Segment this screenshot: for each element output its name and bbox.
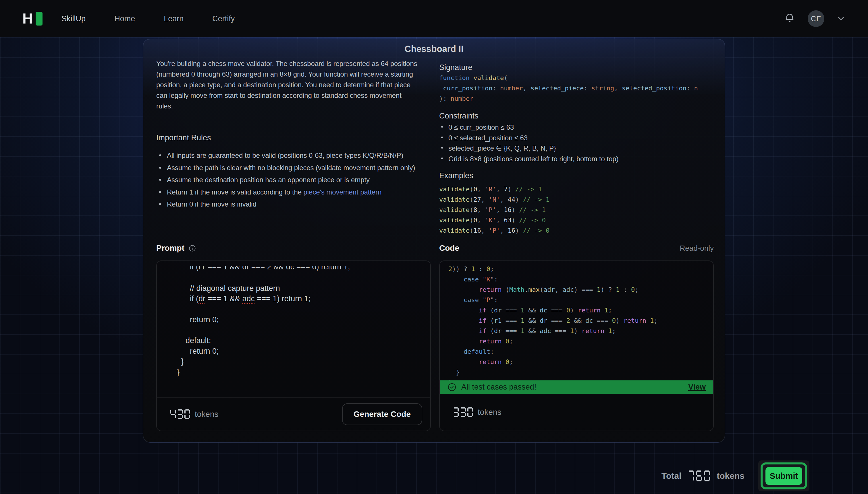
token: validate bbox=[439, 206, 470, 213]
line: All inputs are guaranteed to be valid (p… bbox=[156, 151, 415, 164]
token: // -> 1 bbox=[519, 206, 546, 213]
token: ; bbox=[490, 265, 494, 272]
token bbox=[448, 296, 464, 304]
prompt-panel-footer: tokens Generate Code bbox=[157, 398, 430, 431]
token: ( bbox=[470, 216, 473, 224]
token: case bbox=[464, 276, 479, 283]
token: Return 1 if the move is valid according … bbox=[167, 188, 304, 196]
token: adc bbox=[540, 327, 551, 335]
notifications-button[interactable] bbox=[783, 12, 796, 25]
token: 'N' bbox=[489, 196, 500, 203]
token: You're building a chess move validator. … bbox=[156, 60, 417, 68]
line: } bbox=[448, 367, 709, 378]
token bbox=[502, 358, 505, 365]
token: 63 bbox=[504, 216, 511, 224]
account-menu-button[interactable] bbox=[836, 14, 846, 24]
line: validate(16, 'P', 16) // -> 0 bbox=[439, 226, 549, 236]
token: selected_piece bbox=[530, 84, 584, 92]
token: validate bbox=[439, 216, 470, 224]
page-footer: Total tokens Submit bbox=[0, 458, 868, 494]
token: // diagonal capture pattern bbox=[177, 284, 280, 292]
prompt-label: Prompt bbox=[156, 244, 184, 253]
prompt-editor[interactable]: if (r1 === 1 && dr === 2 && dc === 0) re… bbox=[157, 261, 430, 397]
token: , bbox=[496, 216, 504, 224]
token: === bbox=[582, 286, 597, 293]
token: 1 bbox=[650, 317, 654, 324]
token: , bbox=[477, 206, 485, 213]
token bbox=[502, 327, 505, 335]
nav-item-home[interactable]: Home bbox=[114, 14, 135, 23]
token bbox=[524, 327, 528, 335]
token: 0 bbox=[612, 317, 616, 324]
token: === bbox=[555, 327, 570, 335]
code-tokens-label: tokens bbox=[478, 407, 502, 417]
token: // -> 0 bbox=[519, 216, 546, 224]
line: if (dr === 1 && adc === 1) return 1; bbox=[177, 293, 424, 304]
token: ) bbox=[574, 286, 582, 293]
token: return bbox=[479, 286, 502, 293]
token: 0 bbox=[566, 307, 570, 314]
line: curr_position: number, selected_piece: s… bbox=[439, 83, 714, 94]
code-panel-footer: tokens bbox=[440, 394, 713, 431]
token: ( bbox=[486, 317, 494, 324]
line: // diagonal capture pattern bbox=[177, 283, 424, 294]
token: dr bbox=[494, 307, 502, 314]
token: 2 bbox=[566, 317, 570, 324]
token bbox=[448, 317, 479, 324]
nav-item-learn[interactable]: Learn bbox=[164, 14, 183, 23]
line: Assume the destination position has an o… bbox=[156, 176, 415, 188]
logo[interactable]: H bbox=[22, 12, 42, 26]
token: , bbox=[477, 186, 485, 193]
token: return bbox=[623, 317, 646, 324]
line: validate(8, 'P', 16) // -> 1 bbox=[439, 205, 549, 215]
token: , bbox=[477, 216, 485, 224]
token: 1 bbox=[597, 286, 601, 293]
token: 1 bbox=[521, 317, 524, 324]
token: ( bbox=[486, 327, 494, 335]
token: , bbox=[523, 84, 530, 92]
token: 1 bbox=[570, 327, 574, 335]
token bbox=[646, 317, 650, 324]
token: ( bbox=[470, 227, 473, 234]
token: dr bbox=[494, 327, 502, 335]
prompt-token-count: tokens bbox=[170, 410, 219, 419]
token: ) bbox=[439, 95, 443, 102]
token: number bbox=[451, 95, 473, 102]
token: ( bbox=[486, 307, 494, 314]
token: } bbox=[177, 368, 180, 376]
token: : bbox=[619, 286, 631, 293]
constraints-heading: Constraints bbox=[439, 112, 478, 120]
generate-code-button[interactable]: Generate Code bbox=[342, 403, 422, 425]
line: } bbox=[448, 378, 709, 380]
token bbox=[448, 348, 464, 355]
token: Assume the destination position has an o… bbox=[167, 176, 370, 184]
line: (numbered 0 through 63) arranged in an 8… bbox=[156, 69, 417, 79]
token: : bbox=[494, 276, 498, 283]
token: ) bbox=[511, 206, 519, 213]
line: } bbox=[177, 367, 424, 378]
bell-icon bbox=[783, 12, 796, 25]
token: 0 ≤ selected_position ≤ 63 bbox=[448, 134, 528, 142]
info-icon[interactable] bbox=[188, 244, 196, 252]
nav-item-certify[interactable]: Certify bbox=[212, 14, 235, 23]
token: ; bbox=[635, 286, 638, 293]
token: ) bbox=[570, 307, 578, 314]
challenge-description: You're building a chess move validator. … bbox=[156, 58, 417, 111]
line: selected_piece ∈ {K, Q, R, B, N, P} bbox=[439, 144, 618, 155]
avatar[interactable]: CF bbox=[808, 10, 824, 27]
token: , bbox=[496, 206, 504, 213]
token: )) ? bbox=[452, 265, 471, 272]
submit-button[interactable]: Submit bbox=[765, 467, 802, 485]
token: === bbox=[506, 327, 521, 335]
token: , bbox=[500, 227, 508, 234]
token: 'K' bbox=[485, 216, 496, 224]
token: , bbox=[500, 196, 508, 203]
token: === bbox=[506, 317, 521, 324]
token: n bbox=[694, 84, 698, 92]
movement-pattern-link[interactable]: piece's movement pattern bbox=[304, 188, 382, 196]
token: : bbox=[584, 84, 591, 92]
view-results-link[interactable]: View bbox=[688, 383, 706, 392]
token: : bbox=[492, 84, 500, 92]
brand-label[interactable]: SkillUp bbox=[61, 14, 86, 23]
token: === bbox=[506, 307, 521, 314]
